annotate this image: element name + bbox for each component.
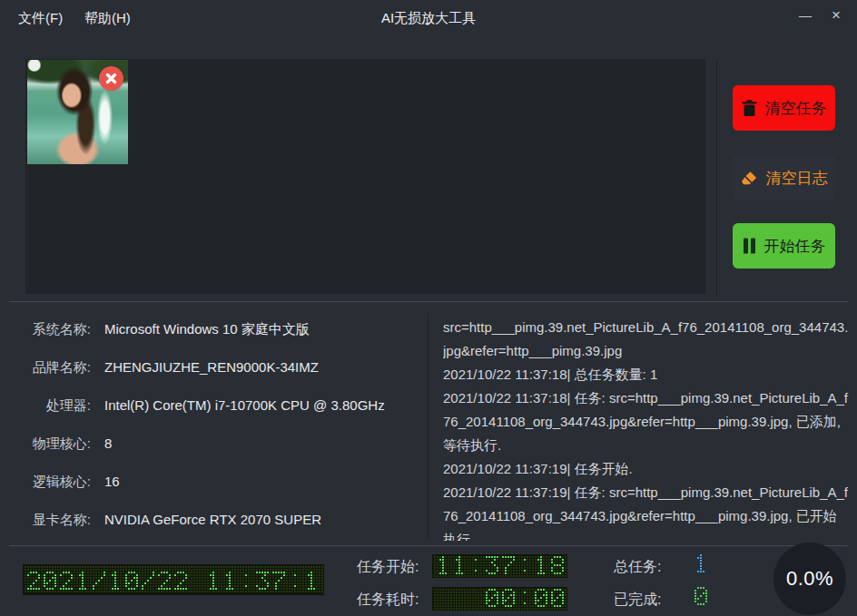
sysinfo-value: NVIDIA GeForce RTX 2070 SUPER [104,512,321,527]
log-entry: 2021/10/22 11:37:18| 任务: src=http___pimg… [443,386,850,457]
completed-tasks-label: 已完成: [614,591,661,610]
task-start-led-display [432,554,567,578]
divider [9,545,848,546]
log-entry: src=http___pimg.39.net_PictureLib_A_f76_… [443,316,850,363]
sysinfo-row-physical-cores: 物理核心: 8 [0,435,418,454]
task-start-label: 任务开始: [357,558,419,577]
sysinfo-label: 品牌名称: [0,359,91,376]
sysinfo-value: ZHENGJIUZHE_REN9000K-34IMZ [104,359,319,375]
sysinfo-label: 处理器: [0,397,91,415]
clear-tasks-button[interactable]: 清空任务 [733,85,835,131]
task-elapsed-led-display [432,587,567,611]
pause-icon [743,238,756,254]
menu-file[interactable]: 文件(F) [15,0,66,36]
sysinfo-label: 显卡名称: [0,512,91,529]
delete-task-button[interactable] [99,66,123,91]
sysinfo-row-os: 系统名称: Microsoft Windows 10 家庭中文版 [0,321,418,339]
sysinfo-label: 物理核心: [0,435,91,453]
sysinfo-value: Microsoft Windows 10 家庭中文版 [104,321,310,338]
clock-led-display [23,564,324,595]
sysinfo-value: 8 [104,435,112,451]
trash-icon [742,100,757,117]
sysinfo-row-logical-cores: 逻辑核心: 16 [0,474,418,492]
log-entry: 2021/10/22 11:37:19| 任务开始. [443,457,850,481]
progress-indicator: 0.0% [773,543,846,615]
sysinfo-row-gpu: 显卡名称: NVIDIA GeForce RTX 2070 SUPER [0,512,418,530]
close-x-icon [105,73,117,84]
app-window: 文件(F) 帮助(H) AI无损放大工具 — × 清空任务 [0,0,857,616]
total-tasks-label: 总任务: [614,558,661,577]
divider [9,301,848,302]
sysinfo-value: 16 [104,474,120,489]
sysinfo-label: 逻辑核心: [0,474,91,491]
menu-help[interactable]: 帮助(H) [81,0,134,36]
log-entry: 2021/10/22 11:37:19| 任务: src=http___pimg… [443,481,850,541]
log-entry: 2021/10/22 11:37:18| 总任务数量: 1 [443,363,850,386]
clear-log-label: 清空日志 [766,168,828,189]
sysinfo-label: 系统名称: [0,321,91,338]
sysinfo-row-brand: 品牌名称: ZHENGJIUZHE_REN9000K-34IMZ [0,359,418,377]
eraser-icon [741,171,758,186]
clear-tasks-label: 清空任务 [765,98,827,119]
minimize-button[interactable]: — [790,0,821,33]
sysinfo-row-cpu: 处理器: Intel(R) Core(TM) i7-10700K CPU @ 3… [0,397,418,416]
title-bar: 文件(F) 帮助(H) AI无损放大工具 — × [0,0,857,36]
start-tasks-button[interactable]: 开始任务 [733,223,835,269]
close-button[interactable]: × [821,0,852,33]
clear-log-button[interactable]: 清空日志 [733,155,835,200]
total-tasks-value [694,553,710,576]
task-elapsed-label: 任务耗时: [357,591,419,610]
progress-percent: 0.0% [786,567,833,591]
completed-tasks-value [694,586,710,609]
start-tasks-label: 开始任务 [764,236,826,257]
panel-splitter [716,61,717,297]
log-output[interactable]: src=http___pimg.39.net_PictureLib_A_f76_… [443,316,850,541]
divider [428,313,428,538]
task-list-panel[interactable] [25,59,705,294]
sysinfo-value: Intel(R) Core(TM) i7-10700K CPU @ 3.80GH… [104,397,385,413]
